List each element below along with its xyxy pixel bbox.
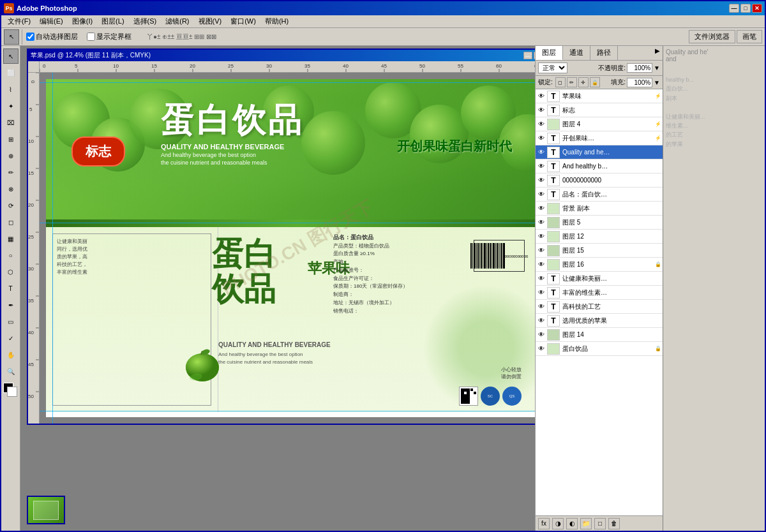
tool-zoom[interactable]: 🔍	[3, 364, 19, 379]
tool-shape[interactable]: ▭	[3, 314, 19, 329]
tab-paths[interactable]: 路径	[590, 46, 618, 60]
layer-item[interactable]: 👁T开创果味…⚡	[536, 131, 663, 145]
maximize-button[interactable]: □	[740, 4, 751, 13]
tool-pen[interactable]: ✒	[3, 297, 19, 313]
layer-visibility-eye[interactable]: 👁	[537, 204, 546, 213]
new-layer-button[interactable]: □	[594, 518, 606, 529]
layer-visibility-eye[interactable]: 👁	[537, 330, 546, 339]
layer-item[interactable]: 👁T选用优质的苹果	[536, 314, 663, 328]
minimize-button[interactable]: —	[729, 4, 739, 13]
opacity-arrow[interactable]: ▼	[654, 64, 660, 71]
tab-channels[interactable]: 通道	[563, 46, 590, 60]
layer-visibility-eye[interactable]: 👁	[537, 162, 546, 171]
layer-item[interactable]: 👁图层 14	[536, 328, 663, 342]
tool-dodge[interactable]: ○	[3, 248, 19, 263]
tool-history[interactable]: ⟳	[3, 198, 19, 213]
brush-button[interactable]: 画笔	[737, 30, 762, 43]
layer-visibility-eye[interactable]: 👁	[537, 176, 546, 185]
layer-visibility-eye[interactable]: 👁	[537, 302, 546, 311]
layer-visibility-eye[interactable]: 👁	[537, 134, 546, 143]
add-mask-button[interactable]: ◑	[552, 518, 564, 529]
menu-select[interactable]: 选择(S)	[130, 15, 161, 27]
close-button[interactable]: ✕	[752, 4, 762, 13]
menu-layer[interactable]: 图层(L)	[98, 15, 128, 27]
blend-mode-select[interactable]: 正常	[538, 63, 567, 73]
add-adjustment-button[interactable]: ◐	[566, 518, 578, 529]
layer-item[interactable]: 👁TAnd healthy b…	[536, 159, 663, 174]
opacity-input[interactable]	[627, 63, 652, 73]
tool-eyedropper[interactable]: ✓	[3, 330, 19, 346]
fill-input[interactable]	[627, 78, 652, 87]
lock-pixels-btn[interactable]: ✏	[567, 77, 577, 87]
layer-item[interactable]: 👁TQuality and he…	[536, 145, 663, 159]
tool-hand[interactable]: ✋	[3, 347, 19, 362]
layer-visibility-eye[interactable]: 👁	[537, 92, 546, 101]
panel-arrow[interactable]: ▶	[652, 46, 663, 60]
tool-slice[interactable]: ⊞	[3, 131, 19, 147]
menu-help[interactable]: 帮助(H)	[261, 15, 292, 27]
layer-visibility-eye[interactable]: 👁	[537, 316, 546, 325]
menu-file[interactable]: 文件(F)	[4, 15, 34, 27]
menu-edit[interactable]: 编辑(E)	[36, 15, 67, 27]
layer-item[interactable]: 👁蛋白饮品🔒	[536, 342, 663, 356]
menu-view[interactable]: 视图(V)	[195, 15, 226, 27]
layer-item[interactable]: 👁T高科技的工艺	[536, 300, 663, 314]
layer-item[interactable]: 👁背景 副本	[536, 202, 663, 216]
layer-visibility-eye[interactable]: 👁	[537, 246, 546, 255]
tool-lasso[interactable]: ⌇	[3, 82, 19, 97]
fill-arrow[interactable]: ▼	[654, 79, 660, 86]
tool-eraser[interactable]: ◻	[3, 214, 19, 230]
delete-layer-button[interactable]: 🗑	[608, 518, 620, 529]
show-bounds-checkbox[interactable]: 显示定界框	[87, 32, 131, 41]
layer-visibility-eye[interactable]: 👁	[537, 274, 546, 283]
lock-transparent-btn[interactable]: ◻	[555, 77, 566, 87]
auto-select-input[interactable]	[26, 33, 34, 41]
layer-item[interactable]: 👁图层 15	[536, 244, 663, 258]
tool-gradient[interactable]: ▦	[3, 231, 19, 246]
show-bounds-input[interactable]	[87, 33, 95, 41]
layer-visibility-eye[interactable]: 👁	[537, 232, 546, 241]
tool-heal[interactable]: ⊕	[3, 148, 19, 163]
tool-path[interactable]: ⬡	[3, 264, 19, 279]
doc-minimize-button[interactable]: —	[523, 52, 532, 59]
layer-item[interactable]: 👁T苹果味⚡	[536, 89, 663, 103]
foreground-bg-color[interactable]	[3, 383, 19, 398]
layer-item[interactable]: 👁T00000000000	[536, 174, 663, 188]
tool-text[interactable]: T	[3, 281, 19, 296]
layer-visibility-eye[interactable]: 👁	[537, 148, 546, 157]
layer-item[interactable]: 👁图层 12	[536, 230, 663, 244]
layer-item[interactable]: 👁T丰富的维生素…	[536, 286, 663, 300]
fx-button[interactable]: fx	[538, 518, 550, 529]
layer-visibility-eye[interactable]: 👁	[537, 106, 546, 115]
layer-visibility-eye[interactable]: 👁	[537, 218, 546, 227]
tool-clone[interactable]: ⊗	[3, 181, 19, 196]
layer-visibility-eye[interactable]: 👁	[537, 260, 546, 269]
new-group-button[interactable]: 📁	[580, 518, 592, 529]
lock-position-btn[interactable]: ✛	[578, 77, 589, 87]
auto-select-checkbox[interactable]: 自动选择图层	[26, 32, 78, 41]
doc-maximize-button[interactable]: □	[534, 52, 535, 59]
tool-brush[interactable]: ✏	[3, 165, 19, 180]
menu-window[interactable]: 窗口(W)	[227, 15, 260, 27]
menu-image[interactable]: 图像(I)	[68, 15, 96, 27]
tool-move[interactable]: ↖	[3, 48, 19, 64]
tool-crop[interactable]: ⌧	[3, 115, 19, 130]
tool-marquee[interactable]: ⬜	[3, 65, 19, 80]
layer-item[interactable]: 👁T让健康和美丽…	[536, 272, 663, 286]
layer-item[interactable]: 👁T品名：蛋白饮…	[536, 188, 663, 202]
tab-layers[interactable]: 图层	[536, 46, 563, 60]
layer-visibility-eye[interactable]: 👁	[537, 120, 546, 129]
layer-visibility-eye[interactable]: 👁	[537, 344, 546, 353]
lock-all-btn[interactable]: 🔒	[590, 77, 600, 87]
layer-visibility-eye[interactable]: 👁	[537, 288, 546, 297]
tool-magic-wand[interactable]: ✦	[3, 98, 19, 114]
file-browser-button[interactable]: 文件浏览器	[689, 30, 735, 43]
layer-visibility-eye[interactable]: 👁	[537, 190, 546, 199]
layer-item[interactable]: 👁图层 4⚡	[536, 117, 663, 131]
layer-item[interactable]: 👁图层 5	[536, 216, 663, 230]
move-tool[interactable]: ↖	[4, 29, 19, 45]
layer-item[interactable]: 👁T标志	[536, 103, 663, 117]
layer-item[interactable]: 👁图层 16🔒	[536, 258, 663, 272]
menu-filter[interactable]: 滤镜(R)	[161, 15, 193, 27]
sidebar-text1: Quality and he'	[666, 48, 762, 55]
